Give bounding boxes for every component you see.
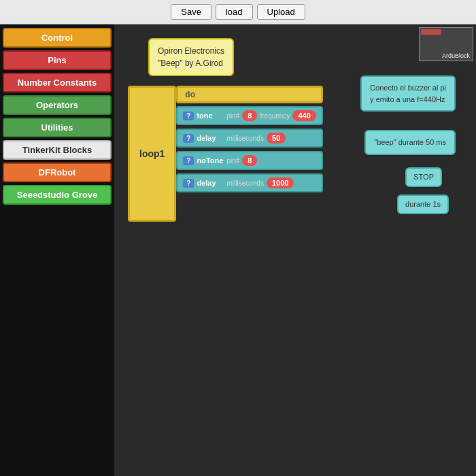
tone-qmark: ?	[183, 112, 194, 120]
minimap-label: ArduBlock	[442, 52, 470, 59]
delay1-ms-value: 50	[267, 133, 286, 143]
comment-block-5: durante 1s	[397, 194, 449, 214]
delay2-qmark: ?	[183, 179, 194, 188]
delay2-instruction: ? delay milliseconds 1000	[176, 173, 322, 192]
delay1-qmark: ?	[183, 134, 194, 143]
tone-freq-value: 440	[292, 110, 316, 121]
delay1-instruction: ? delay milliseconds 50	[176, 129, 322, 148]
upload-button[interactable]: Upload	[257, 4, 305, 20]
sidebar-item-dfrobot[interactable]: DFRobot	[3, 163, 112, 182]
notone-instruction: ? noTone pin# 8	[176, 151, 322, 170]
loop-block: loop1	[128, 86, 176, 222]
tone-pin-value: 8	[242, 110, 257, 121]
sidebar-item-tinkerkit[interactable]: TinkerKit Blocks	[3, 140, 112, 160]
comment-block-3: "beep" durante 50 ms	[364, 130, 456, 155]
load-button[interactable]: load	[216, 4, 253, 20]
do-instructions: do ? tone pin# 8 frequency 440 ?	[176, 86, 322, 196]
comment-block-4: STOP	[405, 167, 442, 187]
sidebar-item-number-constants[interactable]: Number Constants	[3, 73, 112, 92]
save-button[interactable]: Save	[171, 4, 211, 20]
canvas[interactable]: ArduBlock Opiron Electronics "Beep" by A…	[114, 24, 476, 476]
toolbar: Save load Upload	[0, 0, 476, 24]
sidebar-item-utilities[interactable]: Utilities	[3, 118, 112, 137]
sidebar-item-operators[interactable]: Operators	[3, 95, 112, 115]
app-window: Save load Upload ControlPinsNumber Const…	[0, 0, 476, 476]
comment-block-2: Conecto el buzzer al pi y emito a una f=…	[360, 75, 456, 112]
notone-pin-value: 8	[242, 155, 257, 166]
sidebar-item-control[interactable]: Control	[3, 28, 112, 48]
sidebar-item-seeedstudio[interactable]: Seeedstudio Grove	[3, 185, 112, 205]
main-blocks: loop1 do ? tone pin# 8 frequency	[128, 86, 323, 222]
sidebar: ControlPinsNumber ConstantsOperatorsUtil…	[0, 24, 114, 476]
notone-qmark: ?	[183, 156, 194, 165]
tone-instruction: ? tone pin# 8 frequency 440	[176, 106, 322, 125]
do-label: do	[176, 86, 322, 103]
sidebar-item-pins[interactable]: Pins	[3, 50, 112, 70]
main-area: ControlPinsNumber ConstantsOperatorsUtil…	[0, 24, 476, 476]
minimap: ArduBlock	[419, 27, 473, 61]
delay2-ms-value: 1000	[267, 177, 294, 188]
comment-block-1: Opiron Electronics "Beep" by A.Girod	[148, 38, 234, 76]
